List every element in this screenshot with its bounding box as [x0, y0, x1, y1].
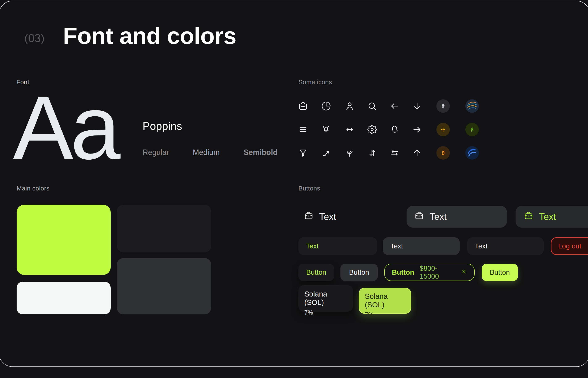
- arrow-right-icon: [410, 123, 424, 136]
- arrow-up-icon: [410, 146, 424, 160]
- asset-percent: 7%: [304, 309, 347, 316]
- button-label: Button: [392, 268, 414, 276]
- button-label: Log out: [558, 242, 581, 250]
- close-icon[interactable]: [461, 268, 467, 276]
- style-guide-page: (03) Font and colors Font Aa Poppins Reg…: [0, 0, 588, 378]
- button-label: Text: [430, 212, 447, 222]
- text-button-subtle[interactable]: Text: [467, 237, 544, 255]
- font-weight-medium: Medium: [193, 148, 220, 157]
- dark-icon-button[interactable]: Text: [407, 206, 507, 228]
- range-filter-button[interactable]: Button $800-15000: [384, 264, 475, 281]
- search-icon: [365, 99, 379, 113]
- font-family-name: Poppins: [143, 120, 182, 132]
- text-button-gray[interactable]: Text: [383, 237, 460, 255]
- alarm-bell-icon: [320, 123, 333, 136]
- asset-name: Solana (SOL): [365, 292, 405, 309]
- asset-percent: 7%: [365, 311, 405, 318]
- button-label: Text: [390, 242, 403, 250]
- range-value: $800-15000: [420, 264, 455, 280]
- buttons-section-label: Buttons: [298, 185, 320, 192]
- button-label: Text: [319, 212, 336, 222]
- button-label: Text: [306, 242, 319, 250]
- briefcase-icon: [414, 211, 424, 222]
- button-label: Button: [490, 268, 510, 276]
- menu-icon: [296, 123, 310, 136]
- swatch-surface-gray: [117, 258, 211, 314]
- page-index: (03): [24, 31, 44, 44]
- button-label: Button: [306, 268, 326, 276]
- small-button-gray[interactable]: Button: [340, 264, 378, 281]
- filter-icon: [296, 146, 310, 160]
- swatch-accent-green: [17, 205, 111, 275]
- nuls-token-icon: [465, 123, 479, 136]
- font-weight-regular: Regular: [143, 148, 169, 157]
- gear-icon: [365, 123, 379, 136]
- small-button-green-text[interactable]: Button: [298, 264, 334, 281]
- blue-sphere-token-icon: [465, 146, 479, 160]
- briefcase-icon: [524, 211, 533, 222]
- arrow-left-icon: [388, 99, 401, 113]
- asset-chip-green[interactable]: Solana (SOL) 7%: [359, 288, 411, 314]
- arrows-vertical-icon: [365, 146, 379, 160]
- colors-section-label: Main colors: [17, 185, 50, 192]
- ethereum-token-icon: [436, 99, 450, 113]
- pie-chart-icon: [320, 99, 333, 113]
- arrows-horizontal-icon: [343, 123, 356, 136]
- bitcoin-token-icon: [436, 146, 450, 160]
- swap-arrows-icon: [388, 146, 401, 160]
- button-label: Text: [475, 242, 488, 250]
- button-label: Text: [539, 212, 556, 222]
- font-weight-semibold: Semibold: [244, 148, 278, 157]
- page-title: Font and colors: [63, 22, 236, 49]
- small-button-solid-green[interactable]: Button: [482, 264, 518, 281]
- arrow-down-icon: [410, 99, 424, 113]
- sprout-icon: [343, 146, 356, 160]
- font-specimen: Aa: [13, 82, 118, 173]
- swatch-surface-dark: [117, 205, 211, 252]
- trend-arrow-icon: [320, 146, 333, 160]
- icons-section-label: Some icons: [298, 79, 332, 86]
- button-label: Button: [349, 268, 369, 276]
- bell-icon: [388, 123, 401, 136]
- logout-button[interactable]: Log out: [551, 237, 588, 255]
- ghost-icon-button[interactable]: Text: [304, 206, 336, 228]
- swatch-white: [17, 282, 111, 314]
- text-button-green-text[interactable]: Text: [298, 237, 377, 255]
- user-icon: [343, 99, 356, 113]
- briefcase-icon: [296, 99, 310, 113]
- briefcase-icon: [304, 211, 313, 222]
- binance-token-icon: [436, 123, 450, 136]
- striped-sphere-token-icon: [465, 99, 479, 113]
- asset-chip-dark[interactable]: Solana (SOL) 7%: [298, 285, 353, 312]
- asset-name: Solana (SOL): [304, 290, 347, 307]
- dark-green-icon-button[interactable]: Text: [516, 206, 588, 228]
